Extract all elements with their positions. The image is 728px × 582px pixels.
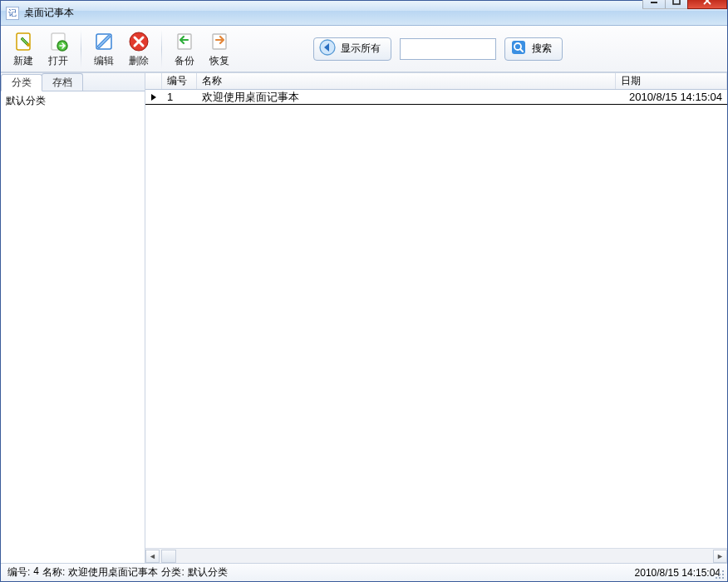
status-cat-value: 默认分类 [188,565,228,580]
new-button[interactable]: 新建 [7,28,39,70]
row-indicator-icon [145,93,162,101]
scroll-track[interactable] [176,550,713,563]
search-input[interactable] [400,38,496,60]
delete-icon [127,30,150,53]
status-cat-label: 分类: [161,565,184,580]
edit-label: 编辑 [94,54,114,68]
open-button[interactable]: 打开 [42,28,74,70]
toolbar-separator [161,30,162,68]
cell-date: 2010/8/15 14:15:04 [616,91,727,103]
app-icon: 记 [6,7,19,20]
row-indicator-header [145,73,162,89]
back-arrow-icon [319,39,336,58]
toolbar-group-edit: 编辑 删除 [88,28,155,70]
show-all-label: 显示所有 [341,42,381,56]
column-header: 编号 名称 日期 [145,73,727,90]
note-rows[interactable]: 1 欢迎使用桌面记事本 2010/8/15 14:15:04 [145,90,727,548]
status-name-value: 欢迎使用桌面记事本 [68,565,158,580]
toolbar-separator [81,30,81,68]
tab-archive[interactable]: 存档 [42,73,83,91]
svg-rect-14 [719,574,721,575]
minimize-button[interactable] [642,0,666,9]
restore-button[interactable]: 恢复 [204,28,235,70]
backup-label: 备份 [175,54,194,68]
delete-button[interactable]: 删除 [123,28,155,70]
titlebar-drag-region[interactable] [74,1,643,25]
sidebar: 分类 存档 默认分类 [1,73,145,563]
svg-rect-18 [722,577,724,579]
note-list-panel: 编号 名称 日期 1 欢迎使用桌面记事本 2010/8/15 14:15:04 … [145,73,727,563]
restore-label: 恢复 [209,54,229,68]
status-name-label: 名称: [42,565,65,580]
svg-point-3 [27,43,30,47]
content-body: 分类 存档 默认分类 编号 名称 日期 1 欢迎使用桌面记 [1,72,727,563]
search-label: 搜索 [532,42,552,56]
status-left: 编号: 4 名称: 欢迎使用桌面记事本 分类: 默认分类 [7,565,596,580]
tab-category[interactable]: 分类 [1,74,42,91]
table-row[interactable]: 1 欢迎使用桌面记事本 2010/8/15 14:15:04 [145,90,727,105]
svg-rect-0 [651,2,657,3]
title-bar[interactable]: 记 桌面记事本 [1,1,727,26]
svg-rect-1 [673,0,680,4]
app-window: 记 桌面记事本 新建 [0,0,728,582]
cell-name: 欢迎使用桌面记事本 [197,90,616,105]
edit-icon [92,30,116,53]
search-button[interactable]: 搜索 [504,37,563,61]
open-icon [47,30,70,53]
status-right: 2010/8/15 14:15:04 [596,567,721,579]
horizontal-scrollbar[interactable]: ◄ ► [145,548,727,563]
column-id[interactable]: 编号 [162,73,197,89]
toolbar-group-backup: 备份 恢复 [169,28,235,70]
delete-label: 删除 [129,54,149,68]
column-date[interactable]: 日期 [616,73,727,89]
backup-icon [173,30,196,53]
close-icon [702,0,712,5]
category-list[interactable]: 默认分类 [1,91,145,563]
svg-rect-17 [719,577,721,579]
status-bar: 编号: 4 名称: 欢迎使用桌面记事本 分类: 默认分类 2010/8/15 1… [1,563,727,581]
category-item[interactable]: 默认分类 [6,93,140,108]
minimize-icon [650,0,658,5]
sidebar-tabs: 分类 存档 [1,73,145,91]
toolbar: 新建 打开 编辑 删除 [1,26,727,72]
new-label: 新建 [13,54,33,68]
resize-grip-icon[interactable] [714,569,726,580]
toolbar-group-file: 新建 打开 [7,28,74,70]
edit-button[interactable]: 编辑 [88,28,120,70]
cell-id: 1 [162,91,197,103]
window-title: 桌面记事本 [24,6,74,20]
status-date: 2010/8/15 14:15:04 [635,567,721,579]
new-icon [12,30,35,53]
maximize-icon [672,0,681,5]
maximize-button[interactable] [665,0,688,9]
status-id-value: 4 [33,565,39,580]
svg-rect-15 [722,574,724,575]
scroll-left-icon[interactable]: ◄ [145,550,160,563]
scroll-thumb[interactable] [161,550,176,563]
backup-button[interactable]: 备份 [169,28,200,70]
window-controls [643,0,727,9]
restore-icon [208,30,231,53]
svg-rect-13 [722,570,724,572]
column-name[interactable]: 名称 [197,73,616,89]
close-button[interactable] [687,0,727,9]
status-id-label: 编号: [7,565,30,580]
toolbar-right: 显示所有 搜索 [313,37,563,61]
show-all-button[interactable]: 显示所有 [313,37,391,61]
open-label: 打开 [48,54,68,68]
search-icon [510,39,527,58]
scroll-right-icon[interactable]: ► [713,550,727,563]
svg-rect-16 [716,577,717,579]
